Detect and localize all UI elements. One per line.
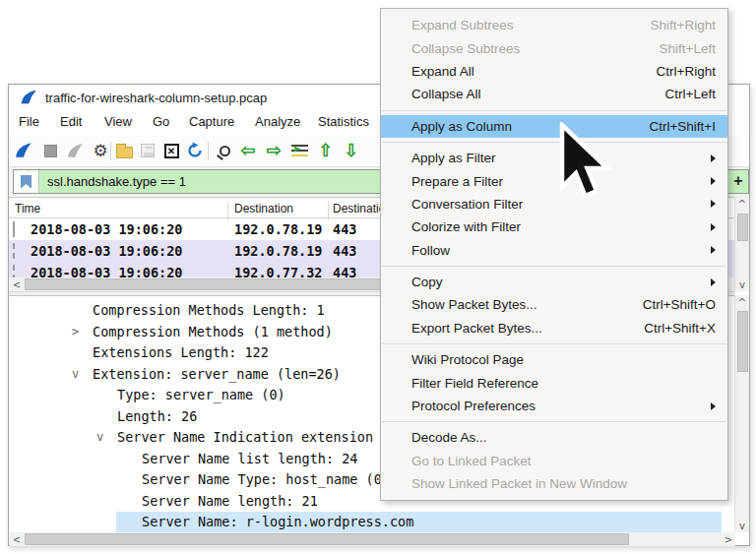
- menu-item-collapse-all[interactable]: Collapse AllCtrl+Left: [381, 83, 727, 105]
- related-packet-mark: [13, 221, 15, 237]
- vscroll-thumb[interactable]: [737, 214, 748, 241]
- menu-separator: [382, 421, 726, 422]
- window-title: traffic-for-wireshark-column-setup.pcap: [45, 91, 267, 105]
- cell-destination: 192.0.78.19: [234, 221, 322, 237]
- cell-destination: 192.0.78.19: [234, 243, 322, 259]
- go-back-icon[interactable]: ⇦: [237, 140, 259, 161]
- cell-dest-port: 443: [333, 265, 356, 277]
- screenshot-root: traffic-for-wireshark-column-setup.pcap …: [0, 0, 756, 554]
- menu-item-show-packet-bytes[interactable]: Show Packet Bytes...Ctrl+Shift+O: [381, 293, 727, 316]
- tree-line-selected[interactable]: Server Name: r-login.wordpress.com: [9, 512, 735, 532]
- menu-item-export-packet-bytes[interactable]: Export Packet Bytes...Ctrl+Shift+X: [381, 317, 727, 339]
- menu-item-prepare-a-filter[interactable]: Prepare a Filter: [381, 169, 727, 192]
- reload-file-icon[interactable]: [184, 140, 206, 161]
- expanded-arrow-icon[interactable]: v: [72, 364, 79, 386]
- scroll-left-icon[interactable]: <: [10, 532, 24, 546]
- cell-dest-port: 443: [333, 221, 356, 237]
- menu-item-collapse-subtrees: Collapse SubtreesShift+Left: [381, 36, 727, 59]
- related-packet-mark: [13, 265, 15, 277]
- submenu-arrow-icon: [711, 246, 716, 254]
- cell-dest-port: 443: [333, 243, 356, 259]
- menu-view[interactable]: View: [104, 114, 132, 129]
- go-to-bottom-icon[interactable]: ⇩: [341, 140, 362, 161]
- menu-item-protocol-preferences[interactable]: Protocol Preferences: [381, 395, 727, 417]
- go-to-packet-icon[interactable]: [288, 140, 310, 161]
- submenu-arrow-icon: [711, 177, 716, 185]
- expanded-arrow-icon[interactable]: v: [96, 427, 103, 449]
- menu-analyze[interactable]: Analyze: [255, 114, 300, 129]
- menu-item-conversation-filter[interactable]: Conversation Filter: [381, 193, 727, 215]
- save-file-icon[interactable]: [137, 140, 158, 161]
- column-header-time[interactable]: Time: [15, 202, 40, 215]
- menu-item-colorize-with-filter[interactable]: Colorize with Filter: [381, 215, 727, 238]
- submenu-arrow-icon: [711, 200, 716, 208]
- menu-capture[interactable]: Capture: [189, 114, 234, 129]
- hscroll-thumb[interactable]: [25, 533, 629, 545]
- menu-item-apply-as-column[interactable]: Apply as ColumnCtrl+Shift+I: [381, 115, 727, 138]
- collapsed-arrow-icon[interactable]: >: [72, 322, 79, 343]
- menu-edit[interactable]: Edit: [60, 114, 82, 129]
- menu-separator: [382, 266, 726, 267]
- toolbar-separator: [208, 142, 209, 160]
- submenu-arrow-icon: [711, 154, 716, 162]
- menu-separator: [382, 110, 726, 111]
- toolbar-separator: [110, 142, 111, 160]
- vscroll-thumb[interactable]: [737, 311, 748, 372]
- cell-time: 2018-08-03 19:06:20: [31, 265, 182, 277]
- scroll-down-icon[interactable]: v: [735, 277, 749, 291]
- find-packet-icon[interactable]: [212, 140, 233, 161]
- cell-destination: 192.0.77.32: [234, 265, 322, 277]
- menu-item-go-to-linked-packet: Go to Linked Packet: [381, 450, 727, 472]
- scroll-down-icon[interactable]: v: [735, 519, 749, 532]
- go-to-top-icon[interactable]: ⇧: [315, 140, 337, 161]
- menu-item-show-linked-packet-in-new-window: Show Linked Packet in New Window: [381, 472, 727, 495]
- menu-go[interactable]: Go: [153, 114, 169, 129]
- detail-vscrollbar[interactable]: ^ v: [734, 295, 749, 532]
- packet-list-vscrollbar[interactable]: ^ v: [734, 197, 749, 291]
- menu-statistics[interactable]: Statistics: [318, 114, 369, 129]
- restart-capture-icon[interactable]: [65, 140, 87, 161]
- scroll-right-icon[interactable]: >: [722, 532, 735, 546]
- related-packet-mark: [13, 243, 15, 259]
- scroll-up-icon[interactable]: ^: [735, 197, 749, 211]
- filter-expression[interactable]: ssl.handshake.type == 1: [39, 170, 186, 193]
- menu-item-expand-subtrees: Expand SubtreesShift+Right: [381, 14, 727, 36]
- scroll-left-icon[interactable]: <: [10, 277, 24, 291]
- close-file-icon[interactable]: ✕: [160, 140, 182, 161]
- submenu-arrow-icon: [711, 402, 716, 410]
- wireshark-logo-icon: [21, 90, 37, 105]
- menu-item-expand-all[interactable]: Expand AllCtrl+Right: [381, 60, 727, 83]
- menu-item-apply-as-filter[interactable]: Apply as Filter: [381, 147, 727, 169]
- scroll-up-icon[interactable]: ^: [735, 295, 749, 309]
- menu-item-filter-field-reference[interactable]: Filter Field Reference: [381, 371, 727, 394]
- menu-item-wiki-protocol-page[interactable]: Wiki Protocol Page: [381, 348, 727, 371]
- menu-item-follow[interactable]: Follow: [381, 239, 727, 262]
- submenu-arrow-icon: [711, 223, 716, 231]
- filter-add-button[interactable]: +: [729, 172, 747, 190]
- stop-capture-icon[interactable]: [39, 140, 61, 161]
- cell-time: 2018-08-03 19:06:20: [31, 243, 182, 259]
- filter-bookmark-button[interactable]: [14, 170, 39, 193]
- start-capture-icon[interactable]: [13, 140, 34, 161]
- menu-item-decode-as[interactable]: Decode As...: [381, 426, 727, 449]
- submenu-arrow-icon: [711, 278, 716, 286]
- bookmark-icon: [21, 175, 32, 189]
- menu-file[interactable]: File: [19, 114, 39, 129]
- menu-separator: [382, 142, 726, 143]
- cell-time: 2018-08-03 19:06:20: [31, 221, 182, 237]
- capture-options-icon[interactable]: ⚙: [90, 140, 111, 161]
- context-menu: Expand SubtreesShift+Right Collapse Subt…: [380, 8, 728, 501]
- menu-item-copy[interactable]: Copy: [381, 271, 727, 293]
- detail-hscrollbar[interactable]: < >: [10, 532, 735, 546]
- menu-separator: [382, 343, 726, 344]
- column-header-destination[interactable]: Destination: [234, 202, 293, 215]
- go-forward-icon[interactable]: ⇨: [263, 140, 284, 161]
- open-file-icon[interactable]: [113, 140, 135, 161]
